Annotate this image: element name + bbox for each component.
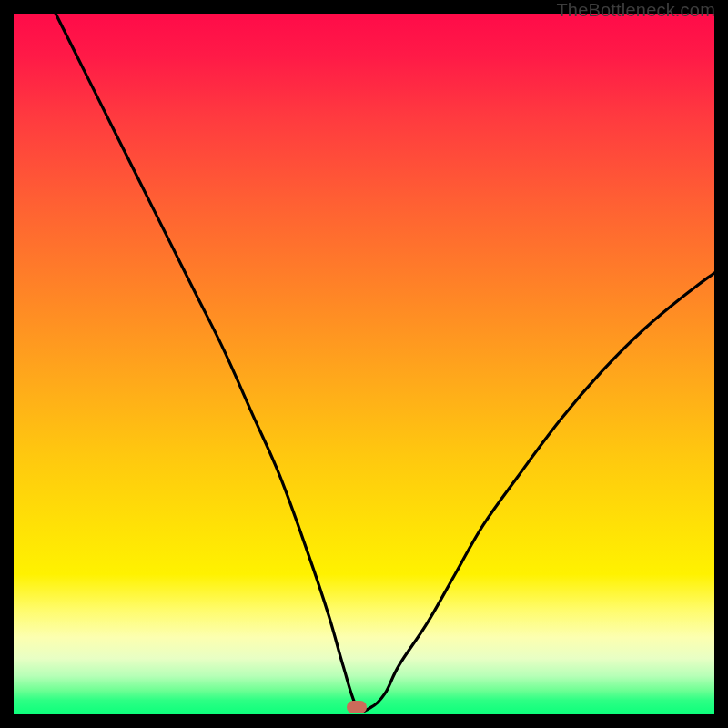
bottleneck-curve — [56, 14, 714, 712]
optimal-marker — [347, 701, 367, 713]
curve-layer — [14, 14, 714, 714]
watermark-text: TheBottleneck.com — [556, 0, 715, 21]
chart-frame: TheBottleneck.com — [0, 0, 728, 728]
plot-area — [14, 14, 714, 714]
